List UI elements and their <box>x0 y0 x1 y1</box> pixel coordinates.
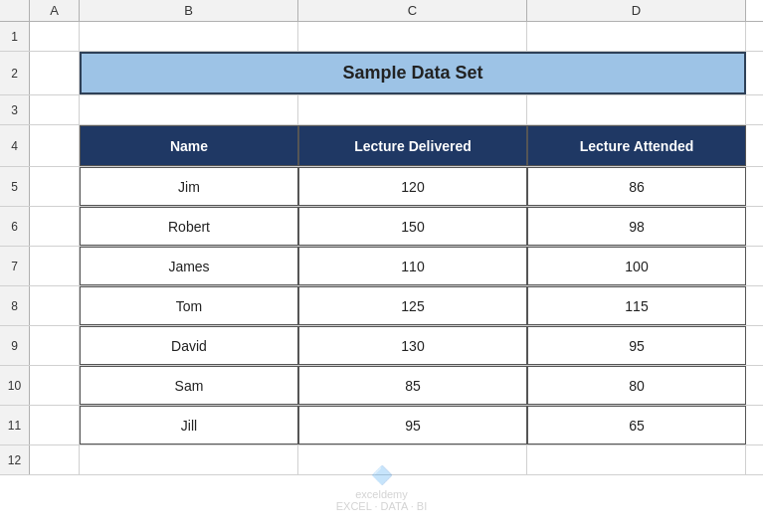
name-1: Robert <box>80 207 298 246</box>
cell-a8 <box>30 286 80 325</box>
row-2: 2 Sample Data Set <box>0 52 763 95</box>
cell-c3 <box>298 95 527 124</box>
rownum-2: 2 <box>0 52 30 94</box>
corner-cell <box>0 0 30 21</box>
name-6: Jill <box>80 406 298 444</box>
rownum-6: 6 <box>0 207 30 246</box>
cell-a6 <box>30 207 80 246</box>
attended-4: 95 <box>527 326 746 365</box>
name-0: Jim <box>80 167 298 206</box>
rownum-7: 7 <box>0 247 30 285</box>
column-headers: A B C D <box>0 0 763 22</box>
rownum-12: 12 <box>0 445 30 474</box>
rownum-5: 5 <box>0 167 30 206</box>
cell-c1 <box>298 22 527 51</box>
row-5: 5 Jim 120 86 <box>0 167 763 207</box>
attended-3: 115 <box>527 286 746 325</box>
delivered-3: 125 <box>298 286 527 325</box>
cell-b1 <box>80 22 298 51</box>
row-12: 12 <box>0 445 763 475</box>
cell-a5 <box>30 167 80 206</box>
header-attended: Lecture Attended <box>527 125 746 166</box>
header-delivered: Lecture Delivered <box>298 125 527 166</box>
rownum-9: 9 <box>0 326 30 365</box>
attended-0: 86 <box>527 167 746 206</box>
title-cell: Sample Data Set <box>80 52 746 94</box>
attended-1: 98 <box>527 207 746 246</box>
cell-a4 <box>30 125 80 166</box>
col-header-c: C <box>298 0 527 21</box>
attended-6: 65 <box>527 406 746 444</box>
delivered-2: 110 <box>298 247 527 285</box>
attended-5: 80 <box>527 366 746 405</box>
delivered-0: 120 <box>298 167 527 206</box>
row-11: 11 Jill 95 65 <box>0 406 763 445</box>
rownum-1: 1 <box>0 22 30 51</box>
rownum-4: 4 <box>0 125 30 166</box>
row-8: 8 Tom 125 115 <box>0 286 763 326</box>
cell-d1 <box>527 22 746 51</box>
cell-a11 <box>30 406 80 444</box>
row-3: 3 <box>0 95 763 125</box>
rownum-3: 3 <box>0 95 30 124</box>
rownum-8: 8 <box>0 286 30 325</box>
name-5: Sam <box>80 366 298 405</box>
cell-a1 <box>30 22 80 51</box>
attended-2: 100 <box>527 247 746 285</box>
row-4: 4 Name Lecture Delivered Lecture Attende… <box>0 125 763 167</box>
cell-a10 <box>30 366 80 405</box>
cell-b3 <box>80 95 298 124</box>
spreadsheet: A B C D 1 2 Sample Data Set 3 <box>0 0 763 532</box>
cell-a9 <box>30 326 80 365</box>
delivered-1: 150 <box>298 207 527 246</box>
cell-d3 <box>527 95 746 124</box>
col-header-d: D <box>527 0 746 21</box>
delivered-5: 85 <box>298 366 527 405</box>
row-6: 6 Robert 150 98 <box>0 207 763 247</box>
cell-a3 <box>30 95 80 124</box>
header-name: Name <box>80 125 298 166</box>
row-9: 9 David 130 95 <box>0 326 763 366</box>
col-header-b: B <box>80 0 298 21</box>
cell-a7 <box>30 247 80 285</box>
row-1: 1 <box>0 22 763 52</box>
rownum-11: 11 <box>0 406 30 444</box>
delivered-4: 130 <box>298 326 527 365</box>
cell-a2 <box>30 52 80 94</box>
col-header-a: A <box>30 0 80 21</box>
row-10: 10 Sam 85 80 <box>0 366 763 406</box>
rownum-10: 10 <box>0 366 30 405</box>
row-7: 7 James 110 100 <box>0 247 763 286</box>
delivered-6: 95 <box>298 406 527 444</box>
rows-area: 1 2 Sample Data Set 3 4 Name Lecture Del… <box>0 22 763 532</box>
name-4: David <box>80 326 298 365</box>
name-2: James <box>80 247 298 285</box>
name-3: Tom <box>80 286 298 325</box>
